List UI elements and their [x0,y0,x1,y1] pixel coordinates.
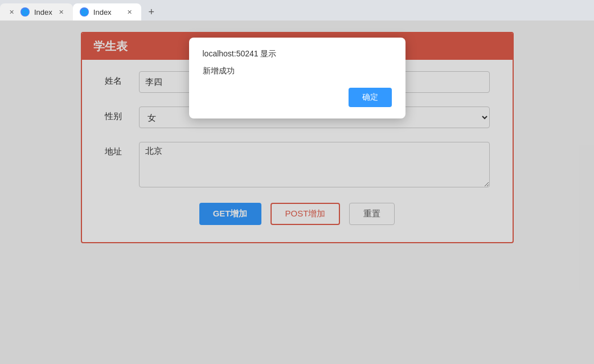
alert-title: localhost:50241 显示 [203,49,392,59]
tab-2-close-icon[interactable]: ✕ [125,7,134,17]
browser-window: ✕ 🌐 Index ✕ 🌐 Index ✕ + 学生表 姓名 [0,0,594,364]
tab-2-globe-icon: 🌐 [80,7,89,17]
tab-2[interactable]: 🌐 Index ✕ [73,3,141,21]
alert-overlay: localhost:50241 显示 新增成功 确定 [0,21,594,364]
tab-bar: ✕ 🌐 Index ✕ 🌐 Index ✕ + [0,0,594,21]
tab-1-x-icon[interactable]: ✕ [57,7,66,17]
alert-dialog: localhost:50241 显示 新增成功 确定 [189,38,405,118]
tab-2-label: Index [93,8,112,17]
tab-1-globe-icon: 🌐 [21,7,30,17]
tab-1-close-icon[interactable]: ✕ [7,7,16,17]
tab-1-label: Index [34,8,52,17]
page-content: 学生表 姓名 性别 男 [0,21,594,364]
browser-content: 学生表 姓名 性别 男 [0,21,594,364]
alert-message: 新增成功 [203,66,392,76]
alert-confirm-button[interactable]: 确定 [349,88,392,107]
tab-1[interactable]: ✕ 🌐 Index ✕ [0,3,73,21]
alert-buttons: 确定 [203,88,392,107]
new-tab-button[interactable]: + [144,4,159,20]
